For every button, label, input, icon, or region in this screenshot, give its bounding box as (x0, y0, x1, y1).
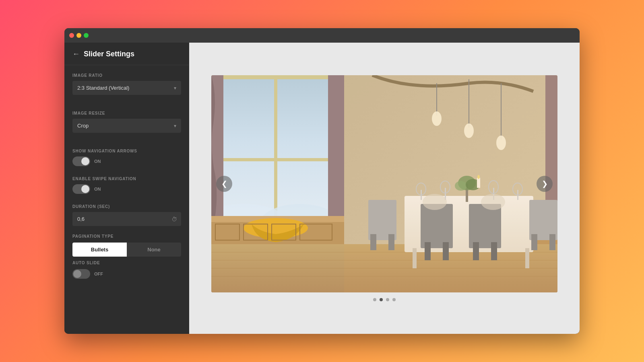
swipe-nav-label: ENABLE SWIPE NAVIGATION (72, 177, 181, 181)
duration-label: DURATION (SEC) (72, 204, 181, 209)
auto-slide-section: AUTO SLIDE OFF (64, 257, 189, 279)
image-resize-wrapper: Crop Fit Fill Stretch ▾ (72, 119, 181, 133)
slider-container: ❮ ❯ (211, 75, 557, 301)
pagination-label: PAGINATION TYPE (72, 234, 181, 239)
pagination-none-button[interactable]: None (127, 243, 181, 257)
window-controls (69, 33, 89, 38)
image-resize-label: IMAGE RESIZE (72, 111, 181, 115)
sidebar: ← Slider Settings IMAGE RATIO 2:3 Standa… (64, 43, 189, 334)
image-resize-section: IMAGE RESIZE Crop Fit Fill Stretch ▾ (64, 103, 189, 133)
main-content: ❮ ❯ (189, 43, 580, 334)
image-ratio-section: IMAGE RATIO 2:3 Standard (Vertical) 16:9… (64, 65, 189, 95)
auto-slide-toggle[interactable] (72, 269, 90, 279)
swipe-nav-toggle-text: ON (94, 187, 101, 191)
duration-section: DURATION (SEC) ⏱ (64, 196, 189, 226)
pagination-bullets-button[interactable]: Bullets (72, 243, 127, 257)
auto-slide-toggle-knob (73, 270, 81, 278)
app-body: ← Slider Settings IMAGE RATIO 2:3 Standa… (64, 43, 580, 334)
image-ratio-select[interactable]: 2:3 Standard (Vertical) 16:9 Widescreen … (72, 81, 181, 95)
swipe-nav-section: ENABLE SWIPE NAVIGATION ON (64, 169, 189, 194)
dot-4[interactable] (392, 298, 396, 301)
dot-2[interactable] (380, 298, 383, 301)
pagination-dots (211, 298, 557, 301)
app-window: ← Slider Settings IMAGE RATIO 2:3 Standa… (64, 28, 580, 334)
pagination-buttons: Bullets None (72, 243, 181, 257)
auto-slide-toggle-row: OFF (72, 269, 181, 279)
next-arrow-button[interactable]: ❯ (537, 176, 553, 192)
nav-arrows-section: SHOW NAVIGATION ARROWS ON (64, 141, 189, 166)
titlebar (64, 28, 580, 43)
sidebar-header: ← Slider Settings (64, 43, 189, 65)
nav-arrows-toggle[interactable] (72, 156, 90, 166)
auto-slide-label: AUTO SLIDE (72, 261, 181, 265)
duration-input[interactable] (72, 212, 181, 226)
dining-room-scene (211, 75, 557, 292)
nav-arrows-toggle-knob (81, 157, 89, 165)
maximize-dot[interactable] (84, 33, 89, 38)
swipe-nav-toggle-row: ON (72, 184, 181, 194)
nav-arrows-toggle-text: ON (94, 159, 101, 164)
swipe-nav-toggle[interactable] (72, 184, 90, 194)
svg-rect-66 (344, 75, 557, 292)
image-resize-select[interactable]: Crop Fit Fill Stretch (72, 119, 181, 133)
duration-input-wrapper: ⏱ (72, 212, 181, 226)
auto-slide-toggle-text: OFF (94, 272, 103, 276)
close-dot[interactable] (69, 33, 74, 38)
image-ratio-label: IMAGE RATIO (72, 73, 181, 78)
back-button[interactable]: ← (72, 50, 80, 58)
nav-arrows-toggle-row: ON (72, 156, 181, 166)
slider-image: ❮ ❯ (211, 75, 557, 292)
dot-1[interactable] (373, 298, 376, 301)
image-ratio-wrapper: 2:3 Standard (Vertical) 16:9 Widescreen … (72, 81, 181, 95)
pagination-section: PAGINATION TYPE Bullets None (64, 226, 189, 257)
prev-arrow-button[interactable]: ❮ (216, 176, 232, 192)
sidebar-title: Slider Settings (84, 50, 134, 58)
swipe-nav-toggle-knob (81, 185, 89, 193)
duration-icon: ⏱ (171, 216, 177, 222)
nav-arrows-label: SHOW NAVIGATION ARROWS (72, 149, 181, 153)
minimize-dot[interactable] (76, 33, 81, 38)
dot-3[interactable] (386, 298, 389, 301)
